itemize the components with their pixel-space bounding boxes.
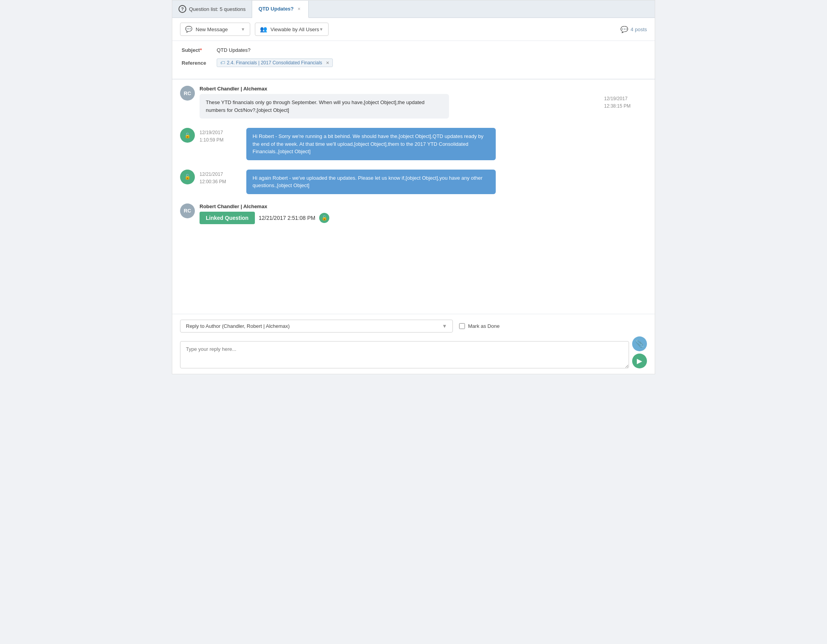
- chevron-down-icon-2: ▼: [319, 27, 323, 32]
- posts-count: 4 posts: [631, 27, 647, 32]
- toolbar-left: 💬 New Message ▼ 👥 Viewable by All Users …: [180, 23, 620, 36]
- message-timestamp-3: 12/21/2017 12:00:36 PM: [200, 170, 242, 186]
- tag-close-icon[interactable]: ✕: [326, 60, 329, 65]
- reply-to-dropdown[interactable]: Reply to Author (Chandler, Robert | Alch…: [180, 320, 453, 333]
- message-bubble: These YTD financials only go through Sep…: [200, 94, 449, 119]
- linked-question-row: RC Robert Chandler | Alchemax Linked Que…: [180, 203, 647, 224]
- subject-label: Subject*: [182, 47, 217, 53]
- reference-tag-text: 2.4. Financials | 2017 Consolidated Fina…: [227, 60, 322, 65]
- reply-dropdown-row: Reply to Author (Chandler, Robert | Alch…: [180, 320, 647, 333]
- mark-done-checkbox[interactable]: [459, 323, 465, 329]
- lock-icon: 🔓: [184, 133, 191, 138]
- messages-container[interactable]: RC Robert Chandler | Alchemax These YTD …: [172, 79, 655, 314]
- form-section: Subject* QTD Updates? Reference 🏷 2.4. F…: [172, 41, 655, 79]
- message-timestamp-2: 12/19/2017 1:10:59 PM: [200, 128, 242, 144]
- chevron-down-icon: ▼: [241, 27, 245, 32]
- linked-question-button[interactable]: Linked Question: [200, 212, 255, 224]
- message-content-3: 12/21/2017 12:00:36 PM Hi again Robert -…: [200, 170, 647, 194]
- lock-icon-3: 🔓: [322, 215, 327, 221]
- avatar-lock-1: 🔓: [180, 128, 195, 143]
- linked-meta: Linked Question 12/21/2017 2:51:08 PM 🔓: [200, 212, 647, 224]
- message-row-3: 🔓 12/21/2017 12:00:36 PM Hi again Robert…: [180, 170, 647, 194]
- message-body: These YTD financials only go through Sep…: [206, 99, 424, 113]
- question-list-icon: ?: [178, 5, 186, 13]
- new-message-dropdown[interactable]: 💬 New Message ▼: [180, 23, 250, 36]
- message-timestamp: 12/19/2017 12:38:15 PM: [604, 94, 647, 110]
- new-message-label: New Message: [196, 27, 228, 32]
- app-container: ? Question list: 5 questions QTD Updates…: [172, 0, 655, 374]
- viewable-label: Viewable by All Users: [270, 27, 319, 32]
- posts-icon: 💬: [620, 26, 628, 33]
- tab-qtd-updates[interactable]: QTD Updates? ×: [252, 1, 309, 18]
- message-inline-row: These YTD financials only go through Sep…: [200, 94, 647, 119]
- tab-close-button[interactable]: ×: [296, 6, 302, 12]
- avatar: RC: [180, 86, 195, 101]
- toolbar-right: 💬 4 posts: [620, 26, 647, 33]
- reference-tag[interactable]: 🏷 2.4. Financials | 2017 Consolidated Fi…: [217, 58, 333, 67]
- mark-done-row: Mark as Done: [459, 323, 500, 329]
- reference-row: Reference 🏷 2.4. Financials | 2017 Conso…: [182, 58, 645, 67]
- bubble-col-2: Hi Robert - Sorry we're running a bit be…: [246, 128, 647, 160]
- avatar-rc-2: RC: [180, 203, 195, 218]
- mark-done-label: Mark as Done: [468, 323, 500, 329]
- subject-value: QTD Updates?: [217, 47, 251, 53]
- bubble-col-3: Hi again Robert - we've uploaded the upd…: [246, 170, 647, 194]
- message-bubble-blue-1: Hi Robert - Sorry we're running a bit be…: [246, 128, 496, 160]
- tag-icon: 🏷: [220, 60, 225, 65]
- viewable-dropdown[interactable]: 👥 Viewable by All Users ▼: [255, 23, 329, 36]
- reply-area: Reply to Author (Chandler, Robert | Alch…: [172, 314, 655, 374]
- message-body-3: Hi again Robert - we've uploaded the upd…: [253, 175, 482, 189]
- attach-button[interactable]: 📎: [632, 336, 647, 351]
- lock-icon-2: 🔓: [184, 174, 191, 180]
- message-row: RC Robert Chandler | Alchemax These YTD …: [180, 86, 647, 119]
- reply-textarea[interactable]: [180, 341, 629, 368]
- message-inline-row-3: 12/21/2017 12:00:36 PM Hi again Robert -…: [200, 170, 647, 194]
- message-body-2: Hi Robert - Sorry we're running a bit be…: [253, 133, 484, 154]
- send-icon: ▶: [637, 357, 642, 365]
- linked-question-timestamp: 12/21/2017 2:51:08 PM: [259, 215, 316, 221]
- bubble-col: These YTD financials only go through Sep…: [200, 94, 599, 119]
- message-row: 🔓 12/19/2017 1:10:59 PM Hi Robert - Sorr…: [180, 128, 647, 160]
- users-icon: 👥: [260, 26, 267, 33]
- reply-input-row: 📎 ▶: [180, 336, 647, 368]
- linked-question-sender: Robert Chandler | Alchemax: [200, 203, 647, 209]
- chevron-reply-icon: ▼: [442, 323, 447, 329]
- avatar-lock-2: 🔓: [180, 170, 195, 184]
- message-bubble-blue-2: Hi again Robert - we've uploaded the upd…: [246, 170, 496, 194]
- tab-question-list[interactable]: ? Question list: 5 questions: [172, 0, 252, 18]
- tab-qtd-updates-label: QTD Updates?: [258, 6, 293, 12]
- message-inline-row-2: 12/19/2017 1:10:59 PM Hi Robert - Sorry …: [200, 128, 647, 160]
- reply-dropdown-label: Reply to Author (Chandler, Robert | Alch…: [186, 323, 290, 329]
- reference-label: Reference: [182, 60, 217, 66]
- lock-badge-icon: 🔓: [319, 213, 329, 223]
- message-content: Robert Chandler | Alchemax These YTD fin…: [200, 86, 647, 119]
- tab-bar: ? Question list: 5 questions QTD Updates…: [172, 0, 655, 18]
- reply-action-buttons: 📎 ▶: [632, 336, 647, 368]
- message-icon: 💬: [185, 26, 193, 33]
- toolbar: 💬 New Message ▼ 👥 Viewable by All Users …: [172, 18, 655, 41]
- message-sender: Robert Chandler | Alchemax: [200, 86, 647, 92]
- subject-row: Subject* QTD Updates?: [182, 47, 645, 53]
- send-button[interactable]: ▶: [632, 354, 647, 368]
- tab-question-list-label: Question list: 5 questions: [189, 6, 246, 12]
- attach-icon: 📎: [635, 340, 644, 348]
- linked-question-content: Robert Chandler | Alchemax Linked Questi…: [200, 203, 647, 224]
- message-content-2: 12/19/2017 1:10:59 PM Hi Robert - Sorry …: [200, 128, 647, 160]
